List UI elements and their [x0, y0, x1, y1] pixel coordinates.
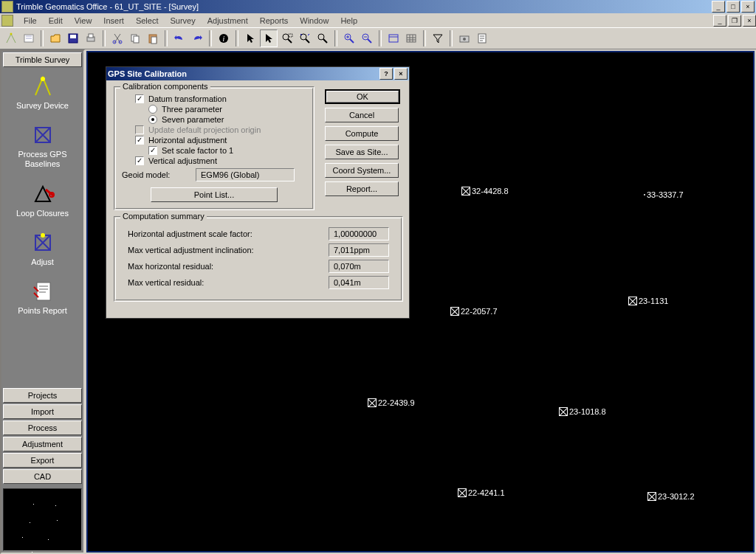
survey-point[interactable]: 23-1131 [628, 297, 668, 305]
tool-cut-icon[interactable] [109, 30, 126, 46]
geoid-model-field: EGM96 (Global) [196, 168, 295, 181]
svg-point-6 [113, 41, 116, 44]
menu-adjustment[interactable]: Adjustment [202, 15, 254, 27]
three-parameter-radio[interactable]: Three parameter [148, 105, 306, 114]
sidebar-tab[interactable]: Trimble Survey [3, 52, 82, 67]
update-projection-checkbox: Update default projection origin [135, 125, 306, 134]
tool-paste-icon[interactable] [145, 30, 161, 46]
child-minimize-button[interactable]: _ [713, 15, 726, 27]
loop-closures-icon [31, 182, 55, 206]
tool-info-icon[interactable]: i [216, 30, 232, 46]
survey-device-icon [31, 75, 55, 98]
survey-point[interactable]: 23-1018.8 [559, 407, 606, 416]
sidebar-btn-adjustment[interactable]: Adjustment [3, 437, 82, 451]
app-icon [1, 1, 13, 13]
sidebar-btn-cad[interactable]: CAD [3, 469, 82, 484]
save-as-site-button[interactable]: Save as Site... [325, 145, 399, 159]
svg-rect-11 [151, 37, 157, 44]
report-button[interactable]: Report... [325, 181, 399, 196]
tool-zoom-in-icon[interactable] [341, 30, 357, 46]
scale-factor-checkbox[interactable]: Set scale factor to 1 [148, 146, 306, 155]
tool-open-icon[interactable] [47, 30, 63, 46]
sidebar-item-points-report[interactable]: Points Report [1, 274, 83, 322]
menu-survey[interactable]: Survey [164, 15, 201, 27]
sidebar-item-process-gps[interactable]: Process GPS Baselines [1, 117, 83, 176]
app-title: Trimble Geomatics Office - 61_UT_SITE - … [16, 2, 199, 11]
dialog-titlebar[interactable]: GPS Site Calibration ? × [106, 67, 409, 80]
compute-button[interactable]: Compute [325, 126, 399, 141]
sidebar-item-survey-device[interactable]: Survey Device [1, 69, 83, 117]
svg-rect-15 [289, 34, 292, 37]
sidebar-btn-projects[interactable]: Projects [3, 388, 82, 403]
tool-save-icon[interactable] [65, 30, 81, 46]
baselines-icon [31, 123, 55, 147]
svg-rect-21 [407, 35, 416, 42]
survey-point[interactable]: 22-2439.9 [368, 398, 415, 407]
sidebar-item-loop-closures[interactable]: Loop Closures [1, 176, 83, 225]
sidebar-btn-import[interactable]: Import [3, 404, 82, 419]
menu-help[interactable]: Help [334, 15, 363, 27]
horizontal-adjustment-checkbox[interactable]: Horizontal adjustment [135, 136, 306, 145]
doc-sys-icon[interactable] [1, 15, 13, 27]
close-button[interactable]: × [741, 1, 755, 13]
menu-reports[interactable]: Reports [254, 15, 295, 27]
sidebar-btn-export[interactable]: Export [3, 453, 82, 468]
tool-redo-icon[interactable] [189, 30, 205, 46]
menu-file[interactable]: File [18, 15, 43, 27]
tool-window-icon[interactable] [385, 30, 402, 46]
sidebar-btn-process[interactable]: Process [3, 420, 82, 435]
menu-view[interactable]: View [69, 15, 98, 27]
menu-window[interactable]: Window [294, 15, 334, 27]
summary-label: Max vertical residual: [128, 278, 204, 287]
gps-calibration-dialog: GPS Site Calibration ? × OK Cancel Compu… [106, 66, 410, 319]
menu-insert[interactable]: Insert [97, 15, 130, 27]
tool-pointer-icon[interactable] [242, 30, 258, 46]
svg-rect-5 [89, 34, 93, 38]
tool-print-icon[interactable] [83, 30, 99, 46]
vertical-adjustment-checkbox[interactable]: Vertical adjustment [135, 156, 306, 165]
svg-rect-9 [134, 36, 139, 43]
geoid-model-label: Geoid model: [122, 170, 196, 179]
survey-point[interactable]: 22-4241.1 [458, 488, 505, 497]
tool-camera-icon[interactable] [456, 30, 472, 46]
tool-pan-icon[interactable] [315, 30, 331, 46]
seven-parameter-radio[interactable]: Seven parameter [148, 115, 306, 124]
tool-copy-icon[interactable] [127, 30, 143, 46]
coord-system-button[interactable]: Coord System... [325, 163, 399, 178]
tool-zoom-extents-icon[interactable] [297, 30, 313, 46]
tool-zoom-window-icon[interactable] [279, 30, 295, 46]
child-close-button[interactable]: × [743, 15, 756, 27]
svg-point-25 [41, 77, 45, 81]
tool-report-icon[interactable] [474, 30, 490, 46]
tool-pointer-select-icon[interactable] [260, 30, 278, 47]
dialog-close-button[interactable]: × [394, 68, 408, 80]
tool-zoom-out-icon[interactable] [359, 30, 375, 46]
group-label: Computation summary [120, 212, 207, 221]
cancel-button[interactable]: Cancel [325, 108, 399, 122]
dialog-help-button[interactable]: ? [379, 68, 393, 80]
sidebar-item-adjust[interactable]: Adjust [1, 225, 83, 274]
minimize-button[interactable]: _ [712, 1, 725, 13]
maximize-button[interactable]: □ [726, 1, 740, 13]
datum-transformation-checkbox[interactable]: Datum transformation [135, 94, 306, 103]
computation-summary-group: Computation summary Horizontal adjustmen… [114, 216, 403, 302]
sidebar-item-label: Survey Device [1, 101, 83, 110]
point-list-button[interactable]: Point List... [151, 187, 278, 202]
survey-point[interactable]: 32-4428.8 [461, 187, 509, 195]
adjust-icon [31, 231, 55, 255]
sidebar-item-label: Points Report [1, 306, 83, 315]
sidebar-item-label: Loop Closures [1, 209, 83, 218]
menu-edit[interactable]: Edit [43, 15, 69, 27]
tool-undo-icon[interactable] [171, 30, 188, 46]
tool-devices-icon[interactable] [3, 30, 19, 46]
child-restore-button[interactable]: ❐ [728, 15, 741, 27]
tool-map-icon[interactable] [21, 30, 37, 46]
survey-point[interactable]: 23-3012.2 [647, 492, 695, 501]
menu-select[interactable]: Select [130, 15, 165, 27]
ok-button[interactable]: OK [325, 89, 400, 104]
dialog-title: GPS Site Calibration [108, 69, 187, 78]
survey-point[interactable]: 33-3337.7 [644, 190, 684, 199]
tool-grid-icon[interactable] [403, 30, 419, 46]
survey-point[interactable]: 22-2057.7 [450, 307, 498, 316]
tool-filter-icon[interactable] [430, 30, 446, 46]
